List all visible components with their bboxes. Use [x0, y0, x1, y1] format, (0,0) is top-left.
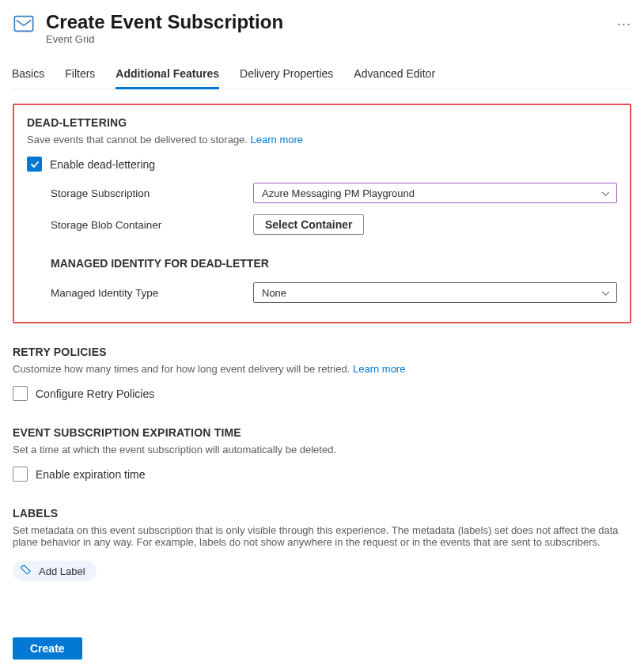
storage-subscription-row: Storage Subscription Azure Messaging PM …	[27, 183, 617, 203]
footer-bar: Create	[13, 637, 631, 660]
configure-retry-row: Configure Retry Policies	[13, 386, 631, 401]
configure-retry-label: Configure Retry Policies	[36, 387, 154, 400]
tab-advanced-editor[interactable]: Advanced Editor	[354, 61, 435, 89]
content-area: DEAD-LETTERING Save events that cannot b…	[13, 89, 631, 581]
retry-title: RETRY POLICIES	[13, 346, 631, 358]
managed-identity-select[interactable]: None	[253, 282, 617, 303]
expiration-title: EVENT SUBSCRIPTION EXPIRATION TIME	[13, 426, 631, 439]
dead-lettering-desc: Save events that cannot be delivered to …	[27, 134, 617, 146]
dead-lettering-section: DEAD-LETTERING Save events that cannot b…	[13, 104, 631, 323]
enable-expiration-label: Enable expiration time	[36, 468, 146, 481]
configure-retry-checkbox[interactable]	[13, 386, 28, 401]
retry-policies-section: RETRY POLICIES Customize how many times …	[13, 346, 631, 401]
add-label-button[interactable]: Add Label	[13, 561, 97, 581]
labels-desc: Set metadata on this event subscription …	[13, 524, 631, 548]
retry-desc: Customize how many times and for how lon…	[13, 363, 631, 375]
chevron-down-icon	[601, 287, 610, 299]
tab-basics[interactable]: Basics	[12, 61, 44, 89]
storage-subscription-label: Storage Subscription	[51, 187, 253, 199]
dead-lettering-learn-more[interactable]: Learn more	[251, 134, 303, 146]
labels-section: LABELS Set metadata on this event subscr…	[13, 507, 631, 581]
expiration-section: EVENT SUBSCRIPTION EXPIRATION TIME Set a…	[13, 426, 631, 482]
storage-blob-row: Storage Blob Container Select Container	[27, 214, 617, 235]
enable-dead-lettering-checkbox[interactable]	[27, 157, 42, 172]
tab-delivery-properties[interactable]: Delivery Properties	[240, 61, 333, 89]
tab-filters[interactable]: Filters	[65, 61, 95, 89]
tab-additional-features[interactable]: Additional Features	[116, 61, 219, 89]
more-menu[interactable]: ···	[617, 16, 631, 32]
retry-learn-more[interactable]: Learn more	[353, 363, 405, 375]
chevron-down-icon	[601, 187, 610, 199]
event-grid-icon	[13, 13, 35, 35]
create-button[interactable]: Create	[13, 637, 82, 660]
select-container-button[interactable]: Select Container	[253, 214, 364, 235]
storage-subscription-select[interactable]: Azure Messaging PM Playground	[253, 183, 617, 203]
label-icon	[21, 565, 31, 577]
enable-expiration-checkbox[interactable]	[13, 467, 28, 482]
managed-identity-title: MANAGED IDENTITY FOR DEAD-LETTER	[27, 257, 617, 270]
page-header: Create Event Subscription Event Grid ···	[13, 11, 631, 45]
managed-identity-label: Managed Identity Type	[51, 287, 253, 299]
tab-bar: Basics Filters Additional Features Deliv…	[12, 61, 631, 89]
page-title: Create Event Subscription	[46, 11, 590, 33]
svg-rect-0	[14, 17, 32, 32]
dead-lettering-title: DEAD-LETTERING	[27, 116, 617, 129]
enable-dead-lettering-label: Enable dead-lettering	[50, 158, 155, 171]
enable-dead-lettering-row: Enable dead-lettering	[27, 157, 617, 172]
expiration-desc: Set a time at which the event subscripti…	[13, 444, 631, 455]
storage-blob-label: Storage Blob Container	[51, 219, 253, 231]
managed-identity-row: Managed Identity Type None	[27, 282, 617, 303]
enable-expiration-row: Enable expiration time	[13, 467, 631, 482]
labels-title: LABELS	[13, 507, 631, 520]
page-subtitle: Event Grid	[46, 33, 590, 45]
